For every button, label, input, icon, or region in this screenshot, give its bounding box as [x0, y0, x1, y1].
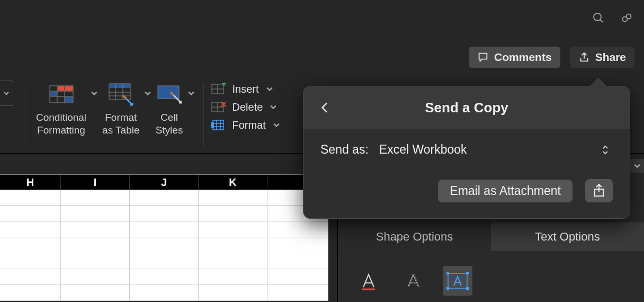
svg-rect-36	[446, 287, 449, 290]
chevron-down-icon[interactable]	[143, 90, 153, 96]
chevron-down-icon[interactable]	[186, 90, 196, 96]
svg-line-1	[600, 20, 603, 22]
delete-cells-button[interactable]: Delete	[211, 101, 280, 113]
search-icon[interactable]	[592, 12, 605, 24]
ribbon-left-dropdown[interactable]	[0, 81, 13, 106]
svg-rect-12	[65, 97, 73, 102]
svg-rect-31	[211, 122, 214, 128]
svg-rect-34	[446, 272, 449, 274]
svg-rect-10	[65, 86, 73, 91]
svg-rect-11	[50, 92, 57, 96]
send-as-value: Excel Workbook	[379, 143, 467, 157]
send-copy-popover: Send a Copy Send as: Excel Workbook Emai…	[303, 86, 630, 219]
textbox-icon[interactable]	[443, 266, 472, 296]
svg-rect-35	[466, 272, 469, 274]
comments-label: Comments	[494, 51, 552, 64]
send-as-label: Send as:	[320, 143, 369, 157]
cell-styles-button[interactable]: Cell Styles	[153, 81, 186, 137]
select-chevrons-icon	[601, 144, 610, 156]
conditional-formatting-icon	[48, 81, 75, 108]
cell-styles-icon	[156, 81, 183, 108]
svg-rect-14	[109, 84, 130, 88]
svg-rect-26	[213, 120, 223, 130]
copilot-icon[interactable]	[621, 12, 633, 24]
popover-title: Send a Copy	[303, 100, 630, 116]
spreadsheet-grid[interactable]: H I J K	[0, 174, 328, 301]
send-as-select[interactable]: Excel Workbook	[379, 143, 613, 157]
svg-rect-9	[58, 86, 64, 91]
chevron-down-icon[interactable]	[90, 90, 99, 96]
conditional-formatting-button[interactable]: Conditional Formatting	[33, 81, 90, 137]
collapse-pane-button[interactable]	[630, 159, 644, 173]
column-header[interactable]: K	[199, 175, 267, 190]
format-as-table-button[interactable]: Format as Table	[99, 81, 142, 137]
insert-cells-button[interactable]: Insert	[211, 83, 280, 95]
format-cells-button[interactable]: Format	[211, 119, 280, 131]
column-headers[interactable]: H I J K	[0, 174, 328, 190]
text-effects-icon[interactable]	[398, 266, 428, 296]
share-action-button[interactable]	[585, 179, 613, 202]
email-attachment-button[interactable]: Email as Attachment	[438, 180, 573, 202]
tab-text-options[interactable]: Text Options	[491, 223, 644, 251]
title-bar	[0, 0, 644, 38]
share-button[interactable]: Share	[570, 47, 634, 68]
svg-point-0	[594, 13, 601, 21]
svg-point-3	[627, 14, 631, 19]
text-fill-outline-icon[interactable]	[354, 266, 383, 296]
share-label: Share	[595, 51, 626, 64]
back-button[interactable]	[318, 101, 332, 114]
tab-shape-options[interactable]: Shape Options	[338, 223, 491, 251]
comments-button[interactable]: Comments	[469, 47, 560, 68]
format-as-table-icon	[107, 81, 135, 108]
column-header[interactable]: I	[61, 175, 130, 190]
column-header[interactable]: H	[0, 175, 61, 190]
column-header[interactable]: J	[130, 175, 199, 190]
svg-rect-37	[466, 287, 469, 290]
